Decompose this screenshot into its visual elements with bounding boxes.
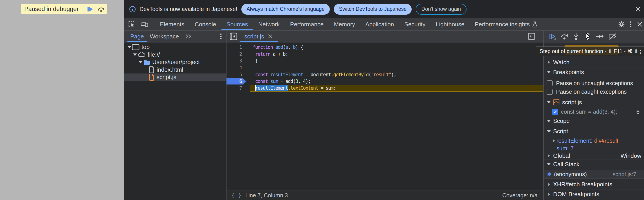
step-button[interactable] — [594, 30, 605, 42]
code-line-4[interactable]: 4 — [226, 64, 543, 71]
line-number[interactable]: 4 — [226, 65, 242, 70]
deactivate-breakpoints-button[interactable] — [607, 30, 618, 42]
close-tab-icon[interactable] — [267, 33, 273, 39]
toggle-device-toolbar-button[interactable] — [141, 21, 148, 28]
checkbox[interactable] — [546, 80, 553, 86]
resume-script-button[interactable] — [85, 4, 96, 14]
checkbox[interactable] — [552, 109, 558, 115]
checkbox-row-uncaught[interactable]: Pause on uncaught exceptions — [544, 79, 644, 87]
line-number[interactable]: 1 — [226, 44, 242, 50]
navigator-tab-workspace[interactable]: Workspace — [147, 30, 182, 42]
tab-network[interactable]: Network — [253, 18, 285, 30]
panel-collapse-left-icon — [230, 32, 237, 40]
settings-button[interactable] — [618, 21, 625, 28]
section-title: Call Stack — [553, 161, 580, 168]
line-number[interactable]: 7 — [226, 86, 242, 91]
infobar-action-always-match-chrome-s-language[interactable]: Always match Chrome's language — [241, 4, 330, 14]
variable-name: sum — [556, 145, 567, 152]
section-dom-breakpoints[interactable]: DOM Breakpoints — [544, 190, 644, 199]
tab-lighthouse[interactable]: Lighthouse — [430, 18, 470, 30]
code-token: ( — [283, 44, 286, 50]
step-over-button[interactable] — [558, 30, 570, 42]
tab-label: Performance — [290, 21, 324, 28]
tree-item-file-[interactable]: file:// — [124, 51, 226, 59]
code-token: = add( — [278, 79, 295, 84]
checkbox[interactable] — [546, 89, 553, 95]
tab-sources[interactable]: Sources — [221, 18, 253, 30]
section-call-stack[interactable]: Call Stack — [544, 160, 644, 169]
editor-tab-scriptjs[interactable]: script.js — [240, 30, 278, 42]
tree-item-index-html[interactable]: index.html — [124, 66, 226, 74]
tab-application[interactable]: Application — [360, 18, 399, 30]
tree-item-Users-user-project[interactable]: Users/user/project — [124, 58, 226, 66]
resume-icon — [87, 6, 94, 12]
code-line-2[interactable]: 2 return a + b; — [226, 50, 543, 57]
section-xhr-fetch-breakpoints[interactable]: XHR/fetch Breakpoints — [544, 180, 644, 189]
breakpoint-entry[interactable]: const sum = add(3, 4);6 — [544, 107, 644, 116]
customize-devtools-button[interactable] — [630, 21, 632, 28]
tab-performance-insights[interactable]: Performance insights — [470, 18, 543, 30]
info-icon — [129, 6, 136, 12]
section-title: Scope — [553, 118, 570, 125]
scope-variable-resultElement[interactable]: resultElement: div#result — [544, 137, 644, 145]
tab-memory[interactable]: Memory — [329, 18, 360, 30]
tab-elements[interactable]: Elements — [155, 18, 190, 30]
section-scope[interactable]: Scope — [544, 116, 644, 126]
call-stack-frame[interactable]: (anonymous)script.js:7 — [544, 170, 644, 179]
code-line-text: } — [250, 57, 543, 64]
tab-label: Lighthouse — [436, 21, 464, 28]
tree-item-label: file:// — [148, 51, 160, 58]
collapse-navigator-button[interactable] — [230, 32, 237, 40]
code-token: getElementById — [333, 72, 368, 77]
code-line-text — [250, 64, 543, 71]
infobar-action-switch-devtools-to-japanese[interactable]: Switch DevTools to Japanese — [334, 4, 412, 14]
chevron-down-icon — [547, 120, 551, 122]
pretty-print-button[interactable]: { } — [232, 193, 242, 198]
navigator-menu-button[interactable] — [220, 33, 222, 40]
tab-security[interactable]: Security — [399, 18, 431, 30]
code-line-1[interactable]: 1 function add(a, b) { — [226, 44, 543, 50]
inspect-element-button[interactable] — [128, 21, 136, 28]
show-debugger-sidebar-button[interactable] — [528, 33, 535, 40]
chevron-right-icon — [552, 139, 556, 142]
close-devtools-button[interactable] — [636, 21, 643, 28]
line-number[interactable]: 6 — [226, 79, 242, 84]
checkbox-row-caught[interactable]: Pause on caught exceptions — [544, 87, 644, 96]
resume-button[interactable] — [547, 30, 558, 42]
line-number[interactable]: 3 — [226, 58, 242, 64]
more-tabs-button[interactable] — [184, 33, 192, 39]
line-number[interactable]: 2 — [226, 51, 242, 57]
code-line-5[interactable]: 5 const resultElement = document.getElem… — [226, 71, 543, 78]
code-token: .textContent — [288, 85, 318, 91]
infobar-action-don-t-show-again[interactable]: Don't show again — [416, 4, 466, 14]
paused-banner-text: Paused in debugger — [21, 5, 84, 12]
tab-console[interactable]: Console — [190, 18, 221, 30]
code-line-3[interactable]: 3 } — [226, 57, 543, 64]
code-line-text: function add(a, b) { — [250, 44, 543, 50]
code-editor[interactable]: 1 function add(a, b) {2 return a + b;3 }… — [226, 42, 543, 191]
code-line-7[interactable]: 7 resultElement.textContent = sum; — [226, 85, 543, 91]
scope-global-label: Global — [553, 152, 570, 159]
line-number[interactable]: 5 — [226, 72, 242, 77]
code-token: add — [275, 44, 283, 50]
step-into-icon — [574, 33, 578, 40]
variable-value: 7 — [570, 145, 574, 152]
debugger-sections: WatchBreakpointsPause on uncaught except… — [544, 42, 644, 200]
tab-performance[interactable]: Performance — [285, 18, 329, 30]
toolbar-separator — [610, 20, 610, 28]
scope-global-row[interactable]: GlobalWindow — [544, 152, 644, 160]
step-over-button[interactable] — [96, 4, 106, 14]
navigator-tab-page[interactable]: Page — [127, 30, 147, 42]
section-watch[interactable]: Watch — [544, 57, 644, 67]
step-into-button[interactable] — [570, 30, 582, 42]
editor-status-bar: { } Line 7, Column 3 Coverage: n/a — [226, 191, 543, 200]
checkbox-label: Pause on uncaught exceptions — [556, 80, 633, 86]
code-line-6[interactable]: 6 const sum = add(3, 4); — [226, 78, 543, 85]
tree-item-script-js[interactable]: script.js — [124, 73, 226, 81]
scope-script-header[interactable]: Script — [544, 126, 644, 137]
breakpoint-group-scriptjs[interactable]: <>script.js — [544, 97, 644, 107]
infobar-close-button[interactable] — [634, 6, 641, 12]
tree-item-top[interactable]: top — [124, 43, 226, 51]
scope-variable-sum[interactable]: sum: 7 — [544, 145, 644, 152]
section-breakpoints[interactable]: Breakpoints — [544, 67, 644, 77]
